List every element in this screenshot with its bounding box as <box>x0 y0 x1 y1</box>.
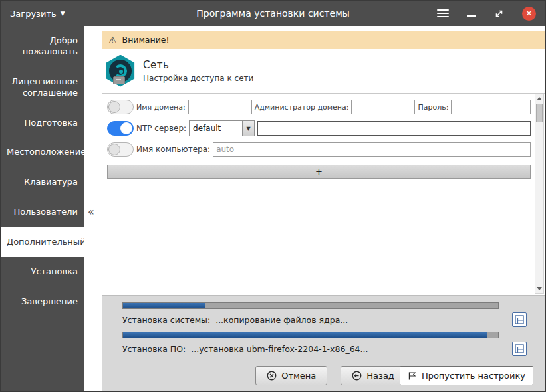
sidebar-gap: « <box>84 26 102 391</box>
cancel-icon <box>267 371 277 381</box>
page-title: Сеть <box>143 59 253 71</box>
warning-icon: ⚠ <box>108 35 117 45</box>
sidebar-item-keyboard[interactable]: Клавиатура <box>1 167 84 197</box>
sidebar-item-license[interactable]: Лицензионное соглашение <box>1 67 84 108</box>
menu-icon[interactable] <box>437 9 449 17</box>
warning-text: Внимание! <box>122 35 170 45</box>
sidebar-item-preparation[interactable]: Подготовка <box>1 108 84 138</box>
password-label: Пароль: <box>418 103 448 112</box>
system-progress-label: Установка системы: <box>122 315 210 325</box>
software-progress-bar <box>122 332 499 338</box>
password-input[interactable] <box>451 100 531 114</box>
domain-label: Имя домена: <box>136 103 186 112</box>
combo-arrow-icon: ▼ <box>242 120 255 136</box>
section-header-text: Сеть Настройка доступа к сети <box>143 59 253 83</box>
titlebar: Загрузить ▼ Программа установки системы … <box>1 1 545 26</box>
page-subtitle: Настройка доступа к сети <box>143 74 253 83</box>
ntp-row: NTP сервер: default ▼ <box>107 120 531 136</box>
warning-banner: ⚠ Внимание! <box>102 31 545 49</box>
domain-toggle[interactable] <box>107 100 134 114</box>
hostname-input[interactable] <box>213 142 531 157</box>
software-log-button[interactable] <box>512 342 527 356</box>
domain-input[interactable] <box>188 100 252 114</box>
sidebar-item-completion[interactable]: Завершение <box>1 287 84 317</box>
software-progress-group: Установка ПО: ...установка ubm-firefox-2… <box>122 332 539 356</box>
close-button[interactable]: ✕ <box>522 7 536 21</box>
sidebar-item-welcome[interactable]: Добро пожаловать <box>1 26 84 67</box>
system-progress-group: Установка системы: ...копирование файлов… <box>122 302 539 327</box>
sidebar-item-installation[interactable]: Установка <box>1 257 84 287</box>
network-form: Имя домена: Администратор домена: Пароль… <box>102 94 545 295</box>
software-progress-status: ...установка ubm-firefox-2204-1-x86_64..… <box>191 344 368 354</box>
section-header: Сеть Настройка доступа к сети <box>102 49 545 94</box>
system-progress-bar <box>122 302 499 309</box>
scrollbar-thumb[interactable] <box>536 104 543 122</box>
window-title: Программа установки системы <box>196 8 350 19</box>
hostname-label: Имя компьютера: <box>136 145 210 154</box>
add-button[interactable]: + <box>107 165 531 179</box>
titlebar-controls: ✕ <box>437 7 545 21</box>
hostname-row: Имя компьютера: <box>107 142 531 157</box>
ntp-toggle[interactable] <box>107 121 134 136</box>
expand-icon <box>494 9 504 19</box>
sidebar-item-location[interactable]: Местоположение <box>1 138 84 167</box>
sidebar: Добро пожаловать Лицензионное соглашение… <box>1 26 84 391</box>
ntp-server-input[interactable] <box>257 121 531 136</box>
ntp-selected-value: default <box>189 120 242 136</box>
vertical-scrollbar[interactable] <box>535 94 544 294</box>
software-progress-label: Установка ПО: <box>122 344 186 354</box>
cancel-button[interactable]: Отмена <box>255 366 327 385</box>
scroll-down-button[interactable] <box>535 284 543 293</box>
scroll-up-button[interactable] <box>535 94 543 103</box>
sidebar-item-additional[interactable]: Дополнительный <box>1 227 84 257</box>
domain-admin-label: Администратор домена: <box>255 103 349 112</box>
load-menu-label: Загрузить <box>10 9 57 19</box>
network-logo-icon <box>104 55 136 87</box>
log-icon <box>515 344 524 353</box>
skip-flag-icon <box>408 371 417 381</box>
minimize-button[interactable] <box>467 15 476 17</box>
software-progress-row: Установка ПО: ...установка ubm-firefox-2… <box>122 342 539 356</box>
load-menu-button[interactable]: Загрузить ▼ <box>1 1 74 26</box>
progress-panel: Установка системы: ...копирование файлов… <box>102 295 545 391</box>
sidebar-item-users[interactable]: Пользователи <box>1 197 84 227</box>
ntp-server-select[interactable]: default ▼ <box>189 120 255 136</box>
footer-buttons: Отмена Назад Пропустить настройку <box>122 366 539 385</box>
sidebar-collapse-button[interactable]: « <box>88 205 94 218</box>
back-button[interactable]: Назад <box>341 366 406 385</box>
system-progress-status: ...копирование файлов ядра... <box>215 315 348 325</box>
back-icon <box>352 371 362 381</box>
domain-admin-input[interactable] <box>351 100 415 114</box>
cancel-label: Отмена <box>281 371 316 381</box>
maximize-button[interactable] <box>494 9 504 19</box>
log-icon <box>515 315 524 324</box>
domain-row: Имя домена: Администратор домена: Пароль… <box>107 100 531 114</box>
skip-configuration-button[interactable]: Пропустить настройку <box>400 366 533 385</box>
skip-label: Пропустить настройку <box>422 371 525 381</box>
chevron-down-icon: ▼ <box>61 10 65 17</box>
back-label: Назад <box>366 371 394 381</box>
system-log-button[interactable] <box>512 312 527 327</box>
ntp-label: NTP сервер: <box>136 124 186 133</box>
system-progress-row: Установка системы: ...копирование файлов… <box>122 312 539 327</box>
main-content: ⚠ Внимание! Сеть Настройка доступа к сет… <box>102 26 545 391</box>
hostname-toggle[interactable] <box>107 142 134 157</box>
installer-window: Загрузить ▼ Программа установки системы … <box>0 0 546 392</box>
